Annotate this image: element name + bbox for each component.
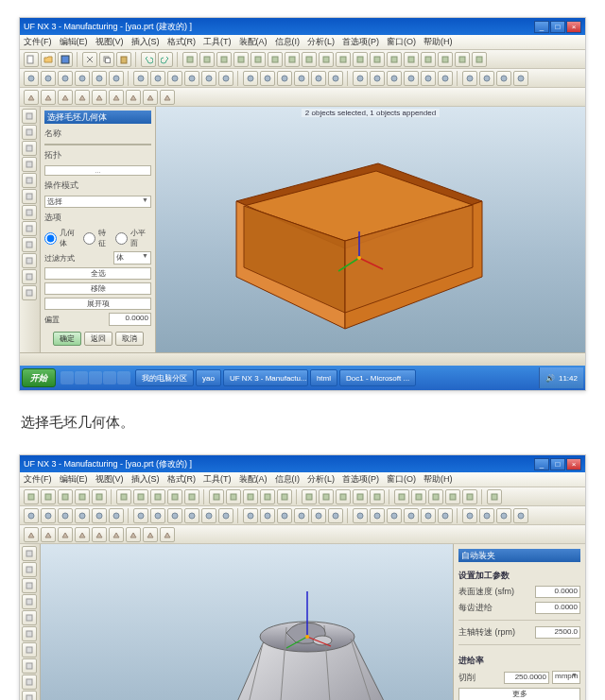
toolbar-button[interactable] xyxy=(394,489,409,504)
toolbar-button[interactable] xyxy=(150,508,165,523)
cut-input[interactable]: 250.0000 xyxy=(504,672,549,684)
toolbar-button[interactable] xyxy=(199,52,215,67)
toolbar-button[interactable] xyxy=(251,52,266,67)
toolbar-button[interactable] xyxy=(167,71,182,86)
toolbar-button[interactable] xyxy=(302,489,317,504)
menu-format[interactable]: 格式(R) xyxy=(167,473,197,486)
toolbar-button[interactable] xyxy=(109,527,124,542)
minimize-button[interactable]: _ xyxy=(534,458,549,470)
radio-geometry[interactable] xyxy=(44,232,57,245)
toolbar-button[interactable] xyxy=(387,71,402,86)
menu-assembly[interactable]: 装配(A) xyxy=(239,36,268,48)
toolbar-button[interactable] xyxy=(143,527,158,542)
menu-info[interactable]: 信息(I) xyxy=(275,36,301,48)
toolbar-button[interactable] xyxy=(92,489,107,504)
menu-edit[interactable]: 编辑(E) xyxy=(60,473,88,486)
toolbar-button[interactable] xyxy=(243,71,258,86)
toolbar-button[interactable] xyxy=(133,489,148,504)
side-tool-button[interactable] xyxy=(22,691,37,700)
side-tool-button[interactable] xyxy=(22,285,37,300)
toolbar-button[interactable] xyxy=(462,71,477,86)
toolbar-button[interactable] xyxy=(479,508,494,523)
toolbar-button[interactable] xyxy=(479,71,494,86)
name-input[interactable] xyxy=(44,144,151,145)
toolbar-button[interactable] xyxy=(41,489,56,504)
toolbar-button[interactable] xyxy=(184,71,199,86)
3d-viewport[interactable]: 2 objects selected, 1 objects appended xyxy=(156,107,585,352)
radio-facet[interactable] xyxy=(115,232,128,245)
toolbar-button[interactable] xyxy=(216,52,232,67)
menu-format[interactable]: 格式(R) xyxy=(167,36,197,48)
cut-unit-select[interactable]: mmpm xyxy=(552,671,580,684)
toolbar-button[interactable] xyxy=(58,71,73,86)
toolbar-button[interactable] xyxy=(182,52,198,67)
toolbar-button[interactable] xyxy=(294,508,309,523)
toolbar-button[interactable] xyxy=(126,90,141,105)
close-button[interactable]: × xyxy=(566,21,581,33)
toolbar-button[interactable] xyxy=(92,508,107,523)
task-item[interactable]: 我的电脑分区 xyxy=(135,369,194,386)
toolbar-button[interactable] xyxy=(311,508,326,523)
toolbar-button[interactable] xyxy=(353,508,368,523)
toolbar-button[interactable] xyxy=(421,71,436,86)
menu-view[interactable]: 视图(V) xyxy=(95,36,124,48)
side-tool-button[interactable] xyxy=(22,610,37,625)
toolbar-button[interactable] xyxy=(311,71,326,86)
menu-preferences[interactable]: 首选项(P) xyxy=(342,473,379,486)
copy-icon[interactable] xyxy=(99,52,114,67)
start-button[interactable]: 开始 xyxy=(22,368,56,387)
spindle-input[interactable]: 2500.0 xyxy=(535,626,580,639)
toolbar-button[interactable] xyxy=(487,489,502,504)
toolbar-button[interactable] xyxy=(411,489,426,504)
toolbar-button[interactable] xyxy=(353,52,368,67)
menu-analysis[interactable]: 分析(L) xyxy=(307,36,335,48)
side-tool-button[interactable] xyxy=(22,141,37,156)
toolbar-button[interactable] xyxy=(328,508,343,523)
side-tool-button[interactable] xyxy=(22,221,37,236)
topo-button[interactable]: ... xyxy=(44,165,151,176)
side-tool-button[interactable] xyxy=(22,253,37,268)
ql-icon[interactable] xyxy=(103,371,116,384)
menu-info[interactable]: 信息(I) xyxy=(275,473,301,486)
toolbar-button[interactable] xyxy=(513,508,528,523)
menu-file[interactable]: 文件(F) xyxy=(24,36,52,48)
more-button[interactable]: 更多 xyxy=(458,688,580,700)
toolbar-button[interactable] xyxy=(404,508,419,523)
toolbar-button[interactable] xyxy=(218,71,233,86)
toolbar-button[interactable] xyxy=(513,71,528,86)
toolbar-button[interactable] xyxy=(438,508,453,523)
side-tool-button[interactable] xyxy=(22,189,37,204)
toolbar-button[interactable] xyxy=(353,489,368,504)
open-icon[interactable] xyxy=(41,52,56,67)
toolbar-button[interactable] xyxy=(277,71,292,86)
side-tool-button[interactable] xyxy=(22,173,37,188)
paste-icon[interactable] xyxy=(116,52,131,67)
selmode-select[interactable]: 选择 xyxy=(44,196,151,208)
toolbar-button[interactable] xyxy=(404,52,419,67)
toolbar-button[interactable] xyxy=(184,508,199,523)
all-button[interactable]: 全选 xyxy=(44,267,151,280)
toolbar-button[interactable] xyxy=(243,489,258,504)
toolbar-button[interactable] xyxy=(428,489,443,504)
toolbar-button[interactable] xyxy=(370,52,385,67)
toolbar-button[interactable] xyxy=(370,508,385,523)
toolbar-button[interactable] xyxy=(184,489,199,504)
cancel-button[interactable]: 取消 xyxy=(115,332,144,346)
toolbar-button[interactable] xyxy=(260,508,275,523)
side-tool-button[interactable] xyxy=(22,546,37,561)
toolbar-button[interactable] xyxy=(41,71,56,86)
toolbar-button[interactable] xyxy=(41,90,56,105)
toolbar-button[interactable] xyxy=(41,527,56,542)
toolbar-button[interactable] xyxy=(209,489,224,504)
toolbar-button[interactable] xyxy=(370,71,385,86)
toolbar-button[interactable] xyxy=(167,508,182,523)
minimize-button[interactable]: _ xyxy=(534,21,549,33)
save-icon[interactable] xyxy=(58,52,73,67)
toolbar-button[interactable] xyxy=(285,52,300,67)
offset-input[interactable]: 0.0000 xyxy=(109,313,151,326)
side-tool-button[interactable] xyxy=(22,109,37,124)
ql-icon[interactable] xyxy=(117,371,130,384)
toolbar-button[interactable] xyxy=(336,489,351,504)
side-tool-button[interactable] xyxy=(22,674,37,690)
radio-feature[interactable] xyxy=(83,232,95,245)
